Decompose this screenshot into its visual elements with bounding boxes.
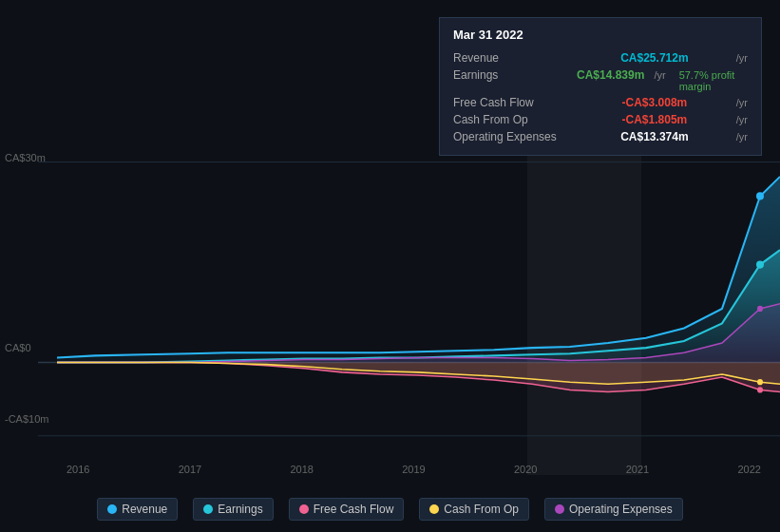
legend-item-cfo[interactable]: Cash From Op xyxy=(419,498,529,521)
legend-dot-fcf xyxy=(299,504,309,514)
tooltip-unit-cfo: /yr xyxy=(736,114,748,125)
x-label-2019: 2019 xyxy=(402,464,425,475)
cfo-dot xyxy=(757,379,763,385)
tooltip-unit-fcf: /yr xyxy=(736,97,748,108)
tooltip-unit-opex: /yr xyxy=(736,131,748,142)
legend-dot-revenue xyxy=(107,504,117,514)
legend-dot-earnings xyxy=(203,504,213,514)
tooltip-title: Mar 31 2022 xyxy=(453,28,748,42)
x-label-2018: 2018 xyxy=(291,464,314,475)
tooltip-label-revenue: Revenue xyxy=(453,51,577,65)
chart-svg xyxy=(0,147,780,475)
legend-label-earnings: Earnings xyxy=(218,503,262,516)
x-label-2022: 2022 xyxy=(738,464,761,475)
legend-label-revenue: Revenue xyxy=(122,503,167,516)
tooltip-value-cfo: -CA$1.805m xyxy=(622,113,688,126)
revenue-dot xyxy=(756,192,764,200)
opex-dot xyxy=(757,306,763,312)
data-tooltip: Mar 31 2022 Revenue CA$25.712m /yr Earni… xyxy=(439,17,762,156)
tooltip-label-opex: Operating Expenses xyxy=(453,130,577,143)
tooltip-label-fcf: Free Cash Flow xyxy=(453,96,577,109)
tooltip-label-cfo: Cash From Op xyxy=(453,113,577,126)
legend-dot-opex xyxy=(555,504,564,514)
legend-label-opex: Operating Expenses xyxy=(569,503,673,516)
revenue-area xyxy=(57,177,780,363)
revenue-line xyxy=(57,177,780,358)
legend-item-fcf[interactable]: Free Cash Flow xyxy=(289,498,405,521)
tooltip-unit-revenue: /yr xyxy=(736,52,748,64)
tooltip-row-cfo: Cash From Op -CA$1.805m /yr xyxy=(453,111,748,128)
tooltip-row-fcf: Free Cash Flow -CA$3.008m /yr xyxy=(453,94,748,111)
fcf-dot xyxy=(757,387,763,392)
legend-dot-cfo xyxy=(429,504,439,514)
x-label-2017: 2017 xyxy=(179,464,201,475)
legend-label-cfo: Cash From Op xyxy=(444,503,519,516)
legend-item-revenue[interactable]: Revenue xyxy=(97,498,178,521)
tooltip-value-fcf: -CA$3.008m xyxy=(622,96,688,109)
tooltip-row-revenue: Revenue CA$25.712m /yr xyxy=(453,49,748,66)
x-label-2016: 2016 xyxy=(67,464,89,475)
earnings-dot xyxy=(756,260,764,268)
tooltip-value-earnings: CA$14.839m xyxy=(577,68,644,82)
tooltip-unit-earnings: /yr xyxy=(654,69,665,81)
tooltip-label-earnings: Earnings xyxy=(453,68,577,82)
earnings-area xyxy=(57,250,780,362)
legend-label-fcf: Free Cash Flow xyxy=(314,503,394,516)
tooltip-value-revenue: CA$25.712m xyxy=(620,51,688,65)
legend-item-earnings[interactable]: Earnings xyxy=(193,498,273,521)
x-label-2021: 2021 xyxy=(626,464,649,475)
tooltip-sub-earnings: 57.7% profit margin xyxy=(679,69,748,92)
chart-legend: Revenue Earnings Free Cash Flow Cash Fro… xyxy=(0,498,780,521)
x-axis: 2016 2017 2018 2019 2020 2021 2022 xyxy=(38,464,780,475)
tooltip-row-earnings: Earnings CA$14.839m /yr 57.7% profit mar… xyxy=(453,66,748,94)
legend-item-opex[interactable]: Operating Expenses xyxy=(544,498,683,521)
tooltip-row-opex: Operating Expenses CA$13.374m /yr xyxy=(453,128,748,145)
x-label-2020: 2020 xyxy=(514,464,537,475)
chart-area: CA$30m CA$0 -CA$10m xyxy=(0,147,780,475)
tooltip-value-opex: CA$13.374m xyxy=(620,130,688,143)
